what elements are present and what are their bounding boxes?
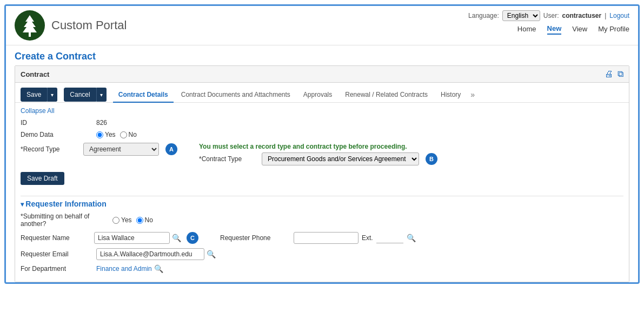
contract-section-title: Contract xyxy=(21,70,49,78)
requester-name-input[interactable] xyxy=(94,232,170,244)
logout-link[interactable]: Logout xyxy=(609,12,629,19)
user-label: User: xyxy=(543,12,559,19)
requester-email-label: Requester Email xyxy=(21,250,91,258)
demo-data-row: Demo Data Yes No xyxy=(21,131,623,138)
header-icons: 🖨 ⧉ xyxy=(605,69,623,79)
submitting-no-label[interactable]: No xyxy=(136,216,153,224)
header-right: Language: English User: contractuser | L… xyxy=(468,10,629,35)
save-draft-row: Save Draft xyxy=(21,170,623,190)
requester-email-input-group: 🔍 xyxy=(96,248,216,260)
collapse-all-link[interactable]: Collapse All xyxy=(21,107,623,115)
tab-approvals[interactable]: Approvals xyxy=(298,88,337,103)
requester-phone-input[interactable] xyxy=(294,232,358,244)
demo-data-no-label[interactable]: No xyxy=(120,131,137,138)
save-btn-group: Save ▾ xyxy=(21,88,57,102)
username: contractuser xyxy=(562,12,601,19)
badge-b: B xyxy=(426,153,437,165)
id-label: ID xyxy=(21,119,91,127)
for-dept-link[interactable]: Finance and Admin xyxy=(96,265,152,273)
contract-section: Contract 🖨 ⧉ Save ▾ Cancel ▾ Contract xyxy=(15,65,629,282)
for-dept-group: Finance and Admin 🔍 xyxy=(96,264,163,273)
cancel-btn-group: Cancel ▾ xyxy=(64,88,106,102)
requester-name-phone-row: Requester Name 🔍 C Requester Phone Ext. … xyxy=(21,232,623,244)
contract-section-header: Contract 🖨 ⧉ xyxy=(15,66,629,83)
requester-phone-group: Requester Phone Ext. 🔍 xyxy=(220,232,416,244)
record-type-label: *Record Type xyxy=(21,145,80,153)
requester-section-header[interactable]: Requester Information xyxy=(21,200,623,208)
id-row: ID 826 xyxy=(21,119,623,127)
submitting-radio-group: Yes No xyxy=(112,216,153,224)
separator: | xyxy=(605,12,606,19)
content-area: Collapse All ID 826 Demo Data Yes No xyxy=(15,103,629,282)
print-icon[interactable]: 🖨 xyxy=(605,69,613,79)
requester-email-input[interactable] xyxy=(96,248,204,260)
save-button[interactable]: Save xyxy=(21,88,47,102)
contract-type-row: *Contract Type Procurement Goods and/or … xyxy=(199,152,623,165)
portal-title: Custom Portal xyxy=(51,18,127,32)
id-value: 826 xyxy=(96,119,107,127)
contract-type-select[interactable]: Procurement Goods and/or Services Agreem… xyxy=(262,152,419,165)
ext-label: Ext. xyxy=(362,234,373,242)
for-dept-row: For Department Finance and Admin 🔍 xyxy=(21,264,623,273)
logo-container: Custom Portal xyxy=(15,10,127,41)
save-dropdown-button[interactable]: ▾ xyxy=(47,88,57,102)
warning-text: You must select a record type and contra… xyxy=(199,143,623,150)
page-title: Create a Contract xyxy=(15,51,96,62)
tab-contract-documents[interactable]: Contract Documents and Attachments xyxy=(176,88,296,103)
badge-a: A xyxy=(165,143,177,155)
demo-data-radio-group: Yes No xyxy=(96,131,137,138)
badge-c: C xyxy=(187,232,198,244)
tab-contract-details[interactable]: Contract Details xyxy=(113,88,174,103)
header: Custom Portal Language: English User: co… xyxy=(6,6,638,45)
save-draft-button[interactable]: Save Draft xyxy=(21,172,64,185)
demo-data-label: Demo Data xyxy=(21,131,91,138)
nav-bar: Home New View My Profile xyxy=(517,24,629,35)
lang-user-bar: Language: English User: contractuser | L… xyxy=(468,10,629,21)
requester-name-input-group: 🔍 C xyxy=(94,232,198,244)
requester-name-group: Requester Name 🔍 C xyxy=(21,232,198,244)
nav-home[interactable]: Home xyxy=(517,25,536,34)
for-dept-search-icon[interactable]: 🔍 xyxy=(154,264,163,273)
lang-label: Language: xyxy=(468,12,499,19)
tab-renewal-related[interactable]: Renewal / Related Contracts xyxy=(340,88,433,103)
logo-icon xyxy=(15,10,45,41)
contract-type-col: You must select a record type and contra… xyxy=(199,143,623,165)
requester-phone-search-icon[interactable]: 🔍 xyxy=(407,234,416,242)
submitting-row: *Submitting on behalf of another? Yes No xyxy=(21,213,623,228)
language-select[interactable]: English xyxy=(502,10,540,21)
record-type-select[interactable]: Agreement xyxy=(83,143,159,156)
page-title-bar: Create a Contract xyxy=(6,45,638,65)
cancel-button[interactable]: Cancel xyxy=(64,88,96,102)
for-dept-label: For Department xyxy=(21,265,91,273)
requester-name-search-icon[interactable]: 🔍 xyxy=(172,234,181,242)
app-container: Custom Portal Language: English User: co… xyxy=(4,4,640,284)
submitting-yes-radio[interactable] xyxy=(112,217,119,224)
share-icon[interactable]: ⧉ xyxy=(618,69,623,79)
requester-email-search-icon[interactable]: 🔍 xyxy=(207,250,216,258)
demo-data-yes-label[interactable]: Yes xyxy=(96,131,116,138)
nav-new[interactable]: New xyxy=(547,24,562,35)
tab-more-button[interactable]: » xyxy=(468,87,477,102)
tabs-row: Save ▾ Cancel ▾ Contract Details Contrac… xyxy=(15,83,629,103)
contract-type-label: *Contract Type xyxy=(199,155,258,163)
cancel-dropdown-button[interactable]: ▾ xyxy=(96,88,107,102)
demo-data-yes-radio[interactable] xyxy=(96,131,103,138)
record-type-row: *Record Type Agreement A xyxy=(21,143,177,156)
nav-my-profile[interactable]: My Profile xyxy=(598,25,629,34)
requester-email-row: Requester Email 🔍 xyxy=(21,248,623,260)
requester-name-label: Requester Name xyxy=(21,234,91,242)
requester-phone-label: Requester Phone xyxy=(220,234,290,242)
tab-history[interactable]: History xyxy=(435,88,466,103)
demo-data-no-radio[interactable] xyxy=(120,131,127,138)
submitting-no-radio[interactable] xyxy=(136,217,143,224)
submitting-yes-label[interactable]: Yes xyxy=(112,216,132,224)
nav-view[interactable]: View xyxy=(572,25,587,34)
submitting-label: *Submitting on behalf of another? xyxy=(21,213,107,228)
ext-input[interactable] xyxy=(376,233,403,243)
